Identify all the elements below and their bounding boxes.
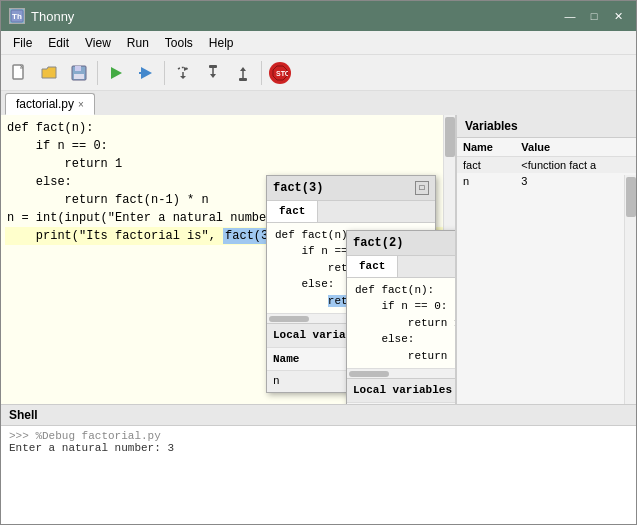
variables-table: Name Value fact <function fact a n 3 (457, 138, 636, 189)
var-fact-value: <function fact a (515, 157, 636, 174)
code-line-2: if n == 0: (5, 137, 451, 155)
svg-rect-4 (75, 66, 81, 71)
open-file-button[interactable] (35, 59, 63, 87)
debug-var-header-name-2: Name (347, 403, 438, 405)
debug-title-label-2: fact(2) (353, 234, 403, 252)
debug-tab-bar-1: fact (267, 201, 435, 223)
debug-tab-bar-2: fact (347, 256, 455, 278)
menu-view[interactable]: View (77, 34, 119, 52)
svg-marker-13 (210, 74, 216, 78)
shell-line-2: Enter a natural number: 3 (9, 442, 628, 454)
separator-1 (97, 61, 98, 85)
window-title: Thonny (31, 9, 74, 24)
debug-local-title-2: Local variables (347, 379, 455, 403)
svg-marker-6 (111, 67, 122, 79)
debug-tab-fact-1[interactable]: fact (267, 201, 318, 222)
save-file-button[interactable] (65, 59, 93, 87)
svg-rect-14 (209, 65, 217, 68)
svg-rect-5 (74, 74, 84, 79)
tab-bar: factorial.py × (1, 91, 636, 115)
variables-scrollbar-thumb (626, 177, 636, 217)
dc2-line-2: if n == 0: (353, 298, 455, 315)
svg-text:STOP: STOP (276, 70, 288, 77)
debug-var-header-name-1: Name (267, 348, 344, 371)
dc2-line-4: else: (353, 331, 455, 348)
dc2-line-5: return fact(2-1) * n (353, 348, 455, 365)
editor-content[interactable]: def fact(n): if n == 0: return 1 else: r… (1, 115, 455, 404)
new-file-button[interactable] (5, 59, 33, 87)
debug-tab-fact-2[interactable]: fact (347, 256, 398, 277)
svg-rect-17 (239, 78, 247, 81)
debug-hscroll-thumb-1 (269, 316, 309, 322)
minimize-button[interactable]: — (560, 8, 580, 24)
svg-marker-16 (240, 67, 246, 71)
variables-panel-title: Variables (457, 115, 636, 138)
svg-text:Th: Th (12, 12, 22, 21)
variables-scrollbar[interactable] (624, 175, 636, 404)
title-bar: Th Thonny — □ ✕ (1, 1, 636, 31)
menu-help[interactable]: Help (201, 34, 242, 52)
variables-panel: Variables Name Value fact <function fact… (456, 115, 636, 404)
separator-2 (164, 61, 165, 85)
debug-hscroll-2[interactable] (347, 368, 455, 378)
var-header-name: Name (457, 138, 515, 157)
content-area: factorial.py × def fact(n): if n == 0: r… (1, 91, 636, 524)
menu-edit[interactable]: Edit (40, 34, 77, 52)
var-header-value: Value (515, 138, 636, 157)
shell-content[interactable]: >>> %Debug factorial.py Enter a natural … (1, 426, 636, 524)
debug-hscroll-thumb-2 (349, 371, 389, 377)
stop-icon: STOP (269, 62, 291, 84)
debug-title-label-1: fact(3) (273, 179, 323, 197)
dc2-line-1: def fact(n): (353, 282, 455, 299)
menu-run[interactable]: Run (119, 34, 157, 52)
debug-button[interactable] (132, 59, 160, 87)
app-icon: Th (9, 8, 25, 24)
var-fact-name: fact (457, 157, 515, 174)
menu-file[interactable]: File (5, 34, 40, 52)
title-bar-left: Th Thonny (9, 8, 74, 24)
debug-code-2: def fact(n): if n == 0: return 1 else: r… (347, 278, 455, 369)
var-table-header: Name Value (457, 138, 636, 157)
shell-panel: Shell >>> %Debug factorial.py Enter a na… (1, 404, 636, 524)
code-line-1: def fact(n): (5, 119, 451, 137)
step-over-button[interactable] (169, 59, 197, 87)
menu-bar: File Edit View Run Tools Help (1, 31, 636, 55)
debug-maximize-btn-1[interactable]: □ (415, 181, 429, 195)
stop-button[interactable]: STOP (266, 59, 294, 87)
debug-var-header-value-2: Value (438, 403, 455, 405)
maximize-button[interactable]: □ (584, 8, 604, 24)
run-button[interactable] (102, 59, 130, 87)
step-out-button[interactable] (229, 59, 257, 87)
separator-3 (261, 61, 262, 85)
main-window: Th Thonny — □ ✕ File Edit View Run Tools… (0, 0, 637, 525)
debug-var-table-2: Name Value n 2 (347, 403, 455, 405)
editor-sidebar: def fact(n): if n == 0: return 1 else: r… (1, 115, 636, 404)
shell-title: Shell (1, 405, 636, 426)
toolbar: STOP (1, 55, 636, 91)
menu-tools[interactable]: Tools (157, 34, 201, 52)
shell-line-1: >>> %Debug factorial.py (9, 430, 628, 442)
debug-var-n-name-1: n (267, 371, 344, 392)
editor-scrollbar-thumb (445, 117, 455, 157)
close-button[interactable]: ✕ (608, 8, 628, 24)
tab-filename: factorial.py (16, 97, 74, 111)
debug-title-fact2[interactable]: fact(2) □ (347, 231, 455, 256)
editor-panel: def fact(n): if n == 0: return 1 else: r… (1, 115, 456, 404)
debug-local-vars-2: Local variables Name Value n 2 (347, 378, 455, 404)
debug-window-fact2: fact(2) □ fact def fact(n): if n == 0: r… (346, 230, 455, 404)
var-n-name: n (457, 173, 515, 189)
step-into-button[interactable] (199, 59, 227, 87)
tab-close-button[interactable]: × (78, 99, 84, 110)
var-row-fact: fact <function fact a (457, 157, 636, 174)
title-buttons: — □ ✕ (560, 8, 628, 24)
svg-marker-11 (180, 76, 186, 79)
dc2-line-3: return 1 (353, 315, 455, 332)
editor-tab[interactable]: factorial.py × (5, 93, 95, 115)
code-line-3: return 1 (5, 155, 451, 173)
var-n-value: 3 (515, 173, 636, 189)
var-row-n: n 3 (457, 173, 636, 189)
debug-title-fact3[interactable]: fact(3) □ (267, 176, 435, 201)
